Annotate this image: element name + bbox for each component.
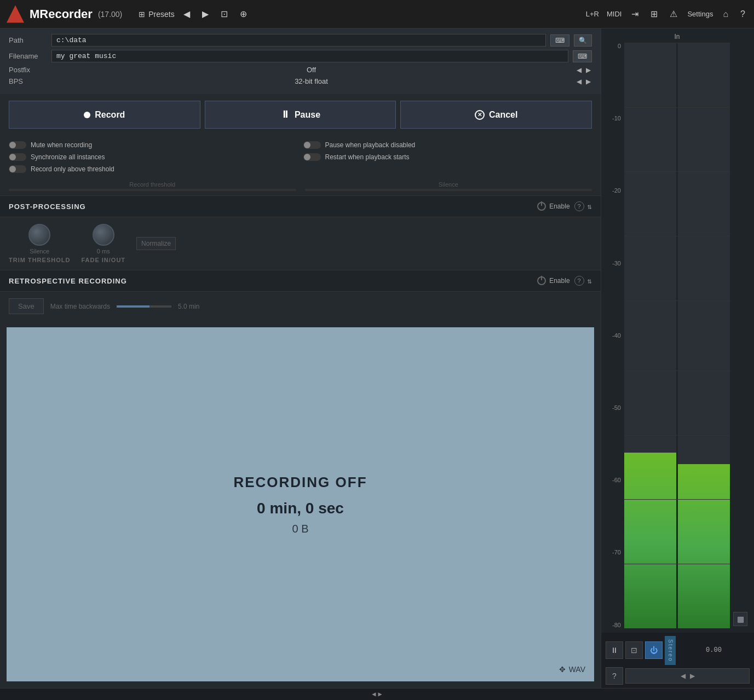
scroll-left-button[interactable]: ◀	[372, 690, 376, 698]
app-version: (17.00)	[98, 10, 122, 19]
silence-threshold-bar[interactable]	[305, 189, 592, 191]
alert-icon[interactable]: ⚠	[667, 8, 680, 20]
cancel-button[interactable]: ✕ Cancel	[400, 101, 592, 129]
postfix-label: Postfix	[9, 66, 47, 74]
retrospective-expand-button[interactable]: ⇅	[588, 276, 592, 286]
post-processing-help-button[interactable]: ?	[574, 201, 584, 211]
restart-toggle[interactable]	[303, 153, 321, 161]
retro-save-button[interactable]: Save	[9, 298, 44, 314]
meter-label-50: -50	[606, 404, 621, 411]
silence-threshold-label: Silence	[305, 181, 592, 188]
title-bar: MRecorder (17.00) ⊞ Presets ◀ ▶ ⊡ ⊕ L+R …	[0, 0, 754, 28]
threshold-toggle[interactable]	[9, 165, 26, 173]
path-input[interactable]	[51, 34, 546, 47]
file-info-section: Path ⌨ 🔍 Filename ⌨ Postfix Off ◀ ▶ BPS	[0, 28, 601, 94]
bps-arrows: ◀ ▶	[575, 78, 592, 85]
lr-prev-button[interactable]: ◀	[681, 672, 686, 680]
fade-knob[interactable]	[93, 224, 114, 246]
post-processing-enable-label: Enable	[549, 203, 569, 210]
retrospective-help-button[interactable]: ?	[574, 276, 584, 286]
scroll-right-button[interactable]: ▶	[378, 690, 382, 698]
record-threshold-bar[interactable]	[9, 189, 296, 191]
preset-load-button[interactable]: ⊡	[217, 7, 231, 21]
nav-prev-button[interactable]: ◀	[180, 7, 193, 21]
meter-label-40: -40	[606, 332, 621, 339]
pause-playback-option: Pause when playback disabled	[303, 140, 592, 151]
meter-left-channel	[624, 43, 676, 628]
filename-input[interactable]	[51, 50, 568, 62]
filename-label: Filename	[9, 52, 47, 60]
meter-label-0: 0	[606, 43, 621, 49]
pause-playback-knob	[304, 142, 310, 148]
pause-playback-toggle[interactable]	[303, 141, 321, 149]
histogram-area: ▦	[733, 33, 750, 628]
bps-next[interactable]: ▶	[585, 78, 592, 85]
meter-help-row: ? ◀ ▶	[606, 667, 750, 685]
search-button[interactable]: 🔍	[574, 34, 592, 47]
trim-threshold-title: TRIM THRESHOLD	[9, 257, 70, 263]
format-selector[interactable]: ✥ WAV	[559, 665, 585, 674]
recording-status: RECORDING OFF	[233, 474, 367, 491]
record-label: Record	[95, 110, 125, 120]
help-icon[interactable]: ?	[738, 8, 747, 20]
postfix-arrows: ◀ ▶	[575, 66, 592, 74]
record-controls: Record ⏸ Pause ✕ Cancel	[0, 94, 601, 135]
retrospective-power-icon[interactable]	[537, 276, 546, 285]
trim-silence-label: Silence	[30, 248, 49, 254]
bps-row: BPS 32-bit float ◀ ▶	[9, 77, 592, 85]
post-processing-power-icon[interactable]	[537, 202, 546, 211]
settings-label[interactable]: Settings	[687, 10, 713, 18]
main-container: Path ⌨ 🔍 Filename ⌨ Postfix Off ◀ ▶ BPS	[0, 28, 754, 688]
sync-toggle-knob	[9, 154, 16, 160]
lr-next-button[interactable]: ▶	[690, 672, 695, 680]
pause-meter-button[interactable]: ⏸	[606, 641, 623, 659]
nav-next-button[interactable]: ▶	[199, 7, 212, 21]
meter-buttons-row: ⏸ ⊡ ⏻ Stereo 0.00	[606, 636, 750, 665]
normalize-button[interactable]: Normalize	[136, 237, 176, 250]
trim-threshold-knob[interactable]	[28, 224, 50, 246]
left-panel: Path ⌨ 🔍 Filename ⌨ Postfix Off ◀ ▶ BPS	[0, 28, 601, 688]
record-button[interactable]: Record	[9, 101, 200, 129]
presets-menu[interactable]: ⊞ Presets	[139, 10, 174, 19]
home-icon[interactable]: ⌂	[721, 8, 730, 20]
scroll-arrows[interactable]: ◀ ▶	[372, 690, 382, 698]
bps-prev[interactable]: ◀	[575, 78, 583, 85]
postfix-prev[interactable]: ◀	[575, 66, 583, 74]
cpu-icon[interactable]: ⊞	[648, 8, 660, 20]
lr-label[interactable]: L+R	[586, 10, 599, 18]
retrospective-enable[interactable]: Enable	[537, 276, 569, 285]
preset-add-button[interactable]: ⊕	[237, 7, 250, 21]
retro-slider[interactable]	[117, 305, 171, 308]
record-dot-icon	[84, 112, 90, 118]
power-meter-button[interactable]: ⏻	[645, 641, 663, 659]
help-meter-button[interactable]: ?	[606, 667, 623, 685]
retro-max-time-label: Max time backwards	[50, 303, 110, 310]
meter-bottom: ⏸ ⊡ ⏻ Stereo 0.00 ? ◀ ▶	[601, 633, 754, 688]
sync-toggle[interactable]	[9, 153, 26, 161]
resize-meter-button[interactable]: ⊡	[625, 641, 643, 659]
midi-label[interactable]: MIDI	[607, 10, 621, 18]
presets-label: Presets	[148, 10, 174, 19]
options-section: Mute when recording Pause when playback …	[0, 135, 601, 181]
keyboard-button[interactable]: ⌨	[550, 34, 569, 47]
record-threshold-item: Record threshold	[9, 181, 296, 191]
pause-button[interactable]: ⏸ Pause	[205, 101, 396, 129]
postfix-next[interactable]: ▶	[585, 66, 592, 74]
cancel-label: Cancel	[489, 110, 517, 120]
meter-value-display: 0.00	[678, 646, 750, 654]
mute-toggle[interactable]	[9, 141, 26, 149]
meter-main: In	[624, 33, 730, 628]
filename-keyboard-button[interactable]: ⌨	[573, 50, 592, 62]
sync-option: Synchronize all instances	[9, 152, 298, 163]
post-processing-enable[interactable]: Enable	[537, 202, 569, 211]
grid-icon: ⊞	[139, 10, 145, 19]
post-processing-expand-button[interactable]: ⇅	[588, 202, 592, 211]
meter-left-fill	[624, 453, 676, 628]
bps-value: 32-bit float	[51, 77, 571, 85]
meter-label-60: -60	[606, 477, 621, 483]
route-icon[interactable]: ⇥	[629, 8, 641, 20]
histogram-button[interactable]: ▦	[733, 612, 747, 626]
lr-control[interactable]: ◀ ▶	[625, 668, 750, 684]
post-processing-title: POST-PROCESSING	[9, 203, 537, 211]
right-panel: 0 -10 -20 -30 -40 -50 -60 -70 -80 In	[601, 28, 754, 688]
